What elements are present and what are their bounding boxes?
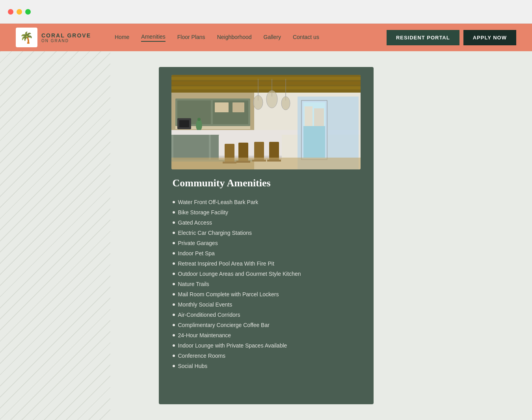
logo-subtitle: ON GRAND [41,39,91,43]
amenity-label: Bike Storage Facility [178,209,229,216]
list-item: Mail Room Complete with Parcel Lockers [173,289,360,299]
logo-text-area: CORAL GROVE ON GRAND [41,32,91,43]
logo-area: 🌴 CORAL GROVE ON GRAND [16,28,91,47]
amenity-label: Retreat Inspired Pool Area With Fire Pit [178,260,274,267]
svg-point-14 [196,119,202,131]
nav-contact[interactable]: Contact us [293,34,319,41]
list-item: Air-Conditioned Corridors [173,310,360,320]
main-card: Community Amenities Water Front Off-Leas… [159,67,374,404]
bullet-icon [173,324,175,326]
bullet-icon [173,344,175,347]
svg-point-33 [253,95,263,110]
list-item: Indoor Lounge with Private Spaces Availa… [173,340,360,351]
svg-point-15 [197,118,201,121]
bullet-icon [173,314,175,316]
svg-point-35 [266,91,277,108]
section-title: Community Amenities [173,177,360,189]
amenity-label: Social Hubs [178,363,208,369]
amenity-label: Monthly Social Events [178,301,233,308]
bullet-icon [173,293,175,295]
list-item: Private Garages [173,238,360,248]
svg-rect-13 [179,120,189,127]
list-item: 24-Hour Maintenance [173,330,360,340]
list-item: Conference Rooms [173,351,360,361]
amenity-label: Air-Conditioned Corridors [178,312,240,318]
svg-rect-17 [233,102,244,112]
browser-dot-yellow[interactable] [17,9,22,15]
bullet-icon [173,262,175,265]
amenity-label: 24-Hour Maintenance [178,332,231,338]
amenity-label: Indoor Lounge with Private Spaces Availa… [178,342,287,349]
amenity-label: Conference Rooms [178,353,226,359]
interior-photo [171,75,361,169]
palm-icon: 🌴 [20,31,33,44]
browser-dot-green[interactable] [25,9,31,15]
page-content: Community Amenities Water Front Off-Leas… [0,51,532,420]
list-item: Indoor Pet Spa [173,248,360,258]
nav-home[interactable]: Home [115,34,129,41]
list-item: Gated Access [173,217,360,228]
amenity-label: Outdoor Lounge Areas and Gourmet Style K… [178,271,301,277]
bullet-icon [173,283,175,285]
list-item: Complimentary Concierge Coffee Bar [173,320,360,330]
nav-gallery[interactable]: Gallery [264,34,281,41]
svg-rect-44 [314,108,324,126]
logo-box: 🌴 [16,28,37,47]
amenity-list: Water Front Off-Leash Bark ParkBike Stor… [173,197,360,371]
list-item: Nature Trails [173,279,360,289]
resident-portal-button[interactable]: RESIDENT PORTAL [387,30,459,45]
amenity-label: Nature Trails [178,281,209,287]
nav-floor-plans[interactable]: Floor Plans [177,34,205,41]
list-item: Outdoor Lounge Areas and Gourmet Style K… [173,269,360,279]
browser-dot-red[interactable] [8,9,13,15]
svg-rect-4 [171,82,361,85]
site-header: 🌴 CORAL GROVE ON GRAND Home Amenities Fl… [0,24,532,51]
svg-rect-45 [171,158,361,169]
bullet-icon [173,334,175,336]
list-item: Retreat Inspired Pool Area With Fire Pit [173,258,360,269]
svg-rect-19 [173,134,209,160]
nav-neighborhood[interactable]: Neighborhood [217,34,252,41]
svg-rect-3 [171,77,361,80]
list-item: Bike Storage Facility [173,207,360,217]
amenity-label: Water Front Off-Leash Bark Park [178,199,259,205]
bullet-icon [173,365,175,367]
svg-rect-5 [171,86,361,89]
bullet-icon [173,252,175,255]
nav-amenities[interactable]: Amenities [141,33,165,42]
amenity-label: Indoor Pet Spa [178,250,215,256]
browser-chrome [0,0,532,24]
list-item: Electric Car Charging Stations [173,228,360,238]
background-pattern [0,51,110,420]
bullet-icon [173,303,175,306]
svg-rect-42 [303,126,325,158]
svg-point-37 [281,97,290,110]
svg-rect-43 [305,106,313,126]
main-nav: Home Amenities Floor Plans Neighborhood … [115,33,387,42]
amenity-label: Gated Access [178,219,212,226]
list-item: Social Hubs [173,361,360,371]
logo-title: CORAL GROVE [41,32,91,39]
svg-rect-16 [215,102,229,112]
apply-now-button[interactable]: APPLY NOW [463,30,516,45]
bullet-icon [173,201,175,203]
amenity-label: Complimentary Concierge Coffee Bar [178,322,270,328]
bullet-icon [173,242,175,244]
bullet-icon [173,221,175,224]
amenity-label: Mail Room Complete with Parcel Lockers [178,291,279,297]
amenities-content: Community Amenities Water Front Off-Leas… [159,169,374,375]
bullet-icon [173,355,175,357]
amenity-label: Electric Car Charging Stations [178,230,252,236]
list-item: Water Front Off-Leash Bark Park [173,197,360,207]
header-buttons: RESIDENT PORTAL APPLY NOW [387,30,516,45]
bullet-icon [173,273,175,275]
bullet-icon [173,211,175,214]
amenity-label: Private Garages [178,240,218,246]
bullet-icon [173,232,175,234]
list-item: Monthly Social Events [173,299,360,310]
